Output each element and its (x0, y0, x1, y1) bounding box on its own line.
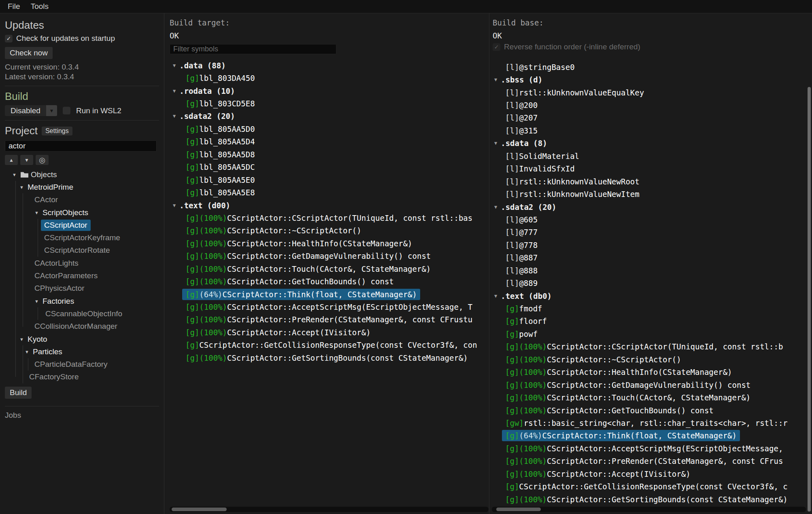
collapse-triangle-icon[interactable]: ▼ (34, 299, 43, 304)
symbol-row[interactable]: [g] powf (489, 328, 806, 340)
tree-item-ccollisionactormanager[interactable]: CCollisionActorManager (5, 320, 159, 333)
tree-item-cphysicsactor[interactable]: CPhysicsActor (5, 282, 159, 295)
vscrollbar-track[interactable] (807, 13, 812, 514)
symbol-row[interactable]: [g] lbl_805AA5E0 (165, 173, 489, 186)
symbol-row[interactable]: [g] (100%) CScriptActor::CScriptActor(TU… (489, 341, 806, 353)
tree-item-scriptobjects[interactable]: ▼ScriptObjects (5, 206, 159, 219)
section-row[interactable]: ▼.sdata2 (20) (165, 110, 489, 123)
symbol-row[interactable]: [l] rstl::kUnknownValueNewRoot (489, 175, 806, 188)
symbol-row[interactable]: [l] @605 (489, 213, 806, 226)
symbol-row[interactable]: [g] CScriptActor::GetCollisionResponseTy… (165, 339, 489, 351)
tree-item-particles[interactable]: ▼Particles (5, 345, 159, 358)
section-row[interactable]: ▼.sdata2 (20) (489, 201, 806, 213)
symbol-row[interactable]: [g] (100%) CScriptActor::GetDamageVulner… (489, 379, 806, 391)
symbol-row[interactable]: [g] (100%) CScriptActor::GetSortingBound… (489, 493, 806, 506)
tree-item-cscriptactorrotate[interactable]: CScriptActorRotate (5, 244, 159, 257)
updates-checkbox[interactable]: ✓ (5, 35, 13, 42)
tree-item-cactorparameters[interactable]: CActorParameters (5, 269, 159, 282)
collapse-triangle-icon[interactable]: ▼ (173, 113, 176, 119)
menu-file[interactable]: File (3, 1, 25, 12)
symbol-row[interactable]: [l] rstl::kUnknownValueEqualKey (489, 86, 806, 99)
symbol-row[interactable]: [g] lbl_805AA5D0 (165, 123, 489, 135)
symbol-row[interactable]: [l] @777 (489, 226, 806, 239)
collapse-triangle-icon[interactable]: ▼ (494, 77, 497, 82)
symbol-row[interactable]: [g] (100%) CScriptActor::Touch(CActor&, … (165, 262, 489, 275)
symbol-row[interactable]: [g] floorf (489, 315, 806, 328)
symbol-row[interactable]: [l] InvalidSfxId (489, 163, 806, 175)
symbol-row[interactable]: [g] (64%) CScriptActor::Think(float, CSt… (489, 429, 806, 442)
check-now-button[interactable]: Check now (5, 47, 53, 59)
symbol-row[interactable]: [l] @778 (489, 239, 806, 251)
section-row[interactable]: ▼.rodata (10) (165, 85, 489, 97)
tree-item-cparticledatafactory[interactable]: CParticleDataFactory (5, 358, 159, 370)
settings-button[interactable]: Settings (42, 127, 72, 135)
symbol-row[interactable]: [g] (100%) CScriptActor::HealthInfo(CSta… (489, 366, 806, 379)
symbol-row[interactable]: [l] @887 (489, 252, 806, 264)
symbol-row[interactable]: [g] (100%) CScriptActor::GetTouchBounds(… (165, 275, 489, 288)
symbol-row[interactable]: [g] (100%) CScriptActor::~CScriptActor() (489, 353, 806, 366)
collapse-triangle-icon[interactable]: ▼ (494, 140, 497, 146)
symbol-row[interactable]: [g] lbl_803DA450 (165, 72, 489, 84)
tree-item-cactorlights[interactable]: CActorLights (5, 257, 159, 269)
symbol-row[interactable]: [g] lbl_805AA5E8 (165, 186, 489, 199)
symbol-row[interactable]: [g] lbl_805AA5DC (165, 161, 489, 173)
tree-item-factories[interactable]: ▼Factories (5, 295, 159, 307)
menu-tools[interactable]: Tools (26, 1, 53, 12)
build-mode-dropdown[interactable]: Disabled ▼ (5, 105, 57, 116)
symbol-row[interactable]: [g] (100%) CScriptActor::GetTouchBounds(… (489, 404, 806, 417)
symbol-row[interactable]: [l] @200 (489, 99, 806, 111)
locate-current-icon[interactable]: ◎ (36, 155, 49, 165)
symbol-row[interactable]: [g] lbl_805AA5D8 (165, 148, 489, 161)
symbol-row[interactable]: [g] CScriptActor::GetCollisionResponseTy… (489, 480, 806, 493)
symbol-row[interactable]: [g] lbl_805AA5D4 (165, 135, 489, 148)
symbol-row[interactable]: [l] SolidMaterial (489, 150, 806, 162)
tree-item-cactor[interactable]: CActor (5, 194, 159, 206)
section-row[interactable]: ▼.text (db0) (489, 290, 806, 302)
collapse-triangle-icon[interactable]: ▼ (34, 210, 43, 215)
symbol-row[interactable]: [g] (100%) CScriptActor::Touch(CActor&, … (489, 391, 806, 404)
collapse-triangle-icon[interactable]: ▼ (12, 172, 20, 177)
collapse-triangle-icon[interactable]: ▼ (25, 349, 33, 354)
symbol-row[interactable]: [gw] rstl::basic_string<char, rstl::char… (489, 417, 806, 429)
target-hscrollbar-track[interactable] (170, 507, 489, 512)
section-row[interactable]: ▼.sdata (8) (489, 137, 806, 150)
symbol-row[interactable]: [g] (100%) CScriptActor::GetDamageVulner… (165, 250, 489, 262)
collapse-triangle-icon[interactable]: ▼ (494, 204, 497, 210)
tree-item-kyoto[interactable]: ▼Kyoto (5, 333, 159, 345)
symbol-row[interactable]: [g] (100%) CScriptActor::AcceptScriptMsg… (489, 442, 806, 455)
symbol-row[interactable]: [l] @889 (489, 277, 806, 289)
symbol-row[interactable]: [g] lbl_803CD5E8 (165, 97, 489, 110)
project-filter-input[interactable] (5, 140, 157, 152)
symbol-row[interactable]: [l] rstl::kUnknownValueNewItem (489, 188, 806, 200)
collapse-triangle-icon[interactable]: ▼ (173, 88, 176, 94)
section-row[interactable]: ▼.sbss (d) (489, 73, 806, 86)
target-hscrollbar-thumb[interactable] (172, 508, 227, 511)
collapse-triangle-icon[interactable]: ▼ (19, 337, 28, 342)
symbol-row[interactable]: [l] @315 (489, 124, 806, 137)
collapse-all-button[interactable]: ▲ (5, 155, 18, 165)
tree-item-cfactorystore[interactable]: CFactoryStore (5, 371, 159, 383)
symbol-row[interactable]: [g] (64%) CScriptActor::Think(float, CSt… (165, 288, 489, 300)
vscrollbar-thumb[interactable] (808, 87, 811, 512)
symbol-row[interactable]: [g] (100%) CScriptActor::~CScriptActor() (165, 224, 489, 237)
symbol-row[interactable]: [g] (100%) CScriptActor::PreRender(CStat… (165, 313, 489, 326)
symbol-row[interactable]: [l] @stringBase0 (489, 61, 806, 73)
symbol-row[interactable]: [g] (100%) CScriptActor::Accept(IVisitor… (489, 467, 806, 480)
tree-item-cscriptactor[interactable]: CScriptActor (5, 219, 159, 231)
tree-item-objects[interactable]: ▼Objects (5, 168, 159, 181)
section-row[interactable]: ▼.data (88) (165, 59, 489, 72)
tree-item-metroidprime[interactable]: ▼MetroidPrime (5, 181, 159, 193)
symbol-row[interactable]: [g] (100%) CScriptActor::GetSortingBound… (165, 351, 489, 364)
collapse-triangle-icon[interactable]: ▼ (19, 185, 28, 190)
base-hscrollbar-track[interactable] (492, 507, 806, 512)
symbol-row[interactable]: [l] @207 (489, 112, 806, 124)
collapse-triangle-icon[interactable]: ▼ (173, 203, 176, 208)
collapse-triangle-icon[interactable]: ▼ (173, 63, 176, 68)
base-hscrollbar-thumb[interactable] (496, 508, 541, 511)
tree-item-cscriptactorkeyframe[interactable]: CScriptActorKeyframe (5, 231, 159, 244)
wsl2-checkbox[interactable] (63, 107, 70, 114)
symbol-row[interactable]: [g] fmodf (489, 302, 806, 315)
symbol-row[interactable]: [l] @888 (489, 264, 806, 277)
tree-item-cscannableobjectinfo[interactable]: CScannableObjectInfo (5, 307, 159, 320)
symbol-row[interactable]: [g] (100%) CScriptActor::CScriptActor(TU… (165, 212, 489, 224)
